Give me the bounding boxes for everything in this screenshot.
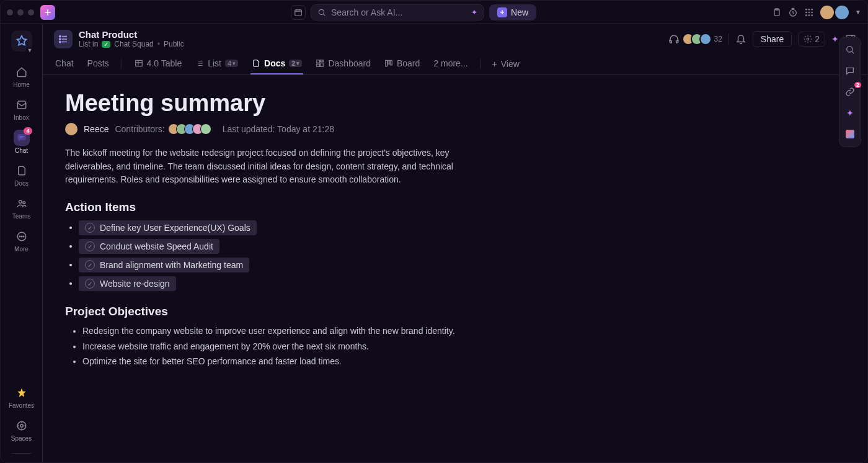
svg-rect-28	[321, 60, 324, 62]
chevron-down-icon[interactable]: ▼	[855, 9, 861, 16]
tab-list[interactable]: List 4▾	[194, 53, 239, 74]
nav-teams[interactable]: Teams	[6, 196, 37, 220]
nav-home[interactable]: Home	[6, 64, 37, 88]
svg-rect-30	[317, 64, 320, 66]
apps-grid-icon[interactable]	[804, 7, 814, 17]
board-icon	[384, 59, 393, 68]
clipboard-icon[interactable]	[772, 7, 782, 17]
objective-item[interactable]: Increase website traffic and engagement …	[82, 340, 499, 354]
contributor-avatars[interactable]	[171, 124, 211, 135]
profile-avatar[interactable]	[820, 6, 834, 19]
tab-posts[interactable]: Posts	[86, 53, 110, 74]
audio-icon[interactable]	[668, 34, 680, 45]
nav-favorites[interactable]: Favorites	[6, 385, 37, 409]
svg-point-12	[811, 14, 813, 16]
check-icon[interactable]: ✓	[85, 260, 95, 270]
svg-point-18	[23, 236, 24, 237]
tabs-row: Chat Posts 4.0 Table List 4▾	[54, 53, 856, 74]
tab-docs[interactable]: Docs 2▾	[250, 53, 303, 74]
breadcrumb[interactable]: List in ✓ Chat Squad • Public	[79, 40, 184, 48]
nav-inbox[interactable]: Inbox	[6, 97, 37, 121]
svg-rect-31	[386, 60, 388, 66]
check-icon[interactable]: ✓	[85, 279, 95, 289]
topbar: Search or Ask AI... ✦ + New ▼	[1, 1, 867, 24]
author-avatar[interactable]	[65, 123, 78, 135]
svg-point-7	[805, 11, 807, 13]
svg-point-6	[811, 9, 813, 11]
tab-dashboard[interactable]: Dashboard	[314, 53, 372, 74]
search-placeholder: Search or Ask AI...	[331, 7, 402, 17]
chat-badge: 4	[24, 127, 32, 135]
svg-point-13	[19, 200, 22, 204]
tab-board[interactable]: Board	[383, 53, 421, 74]
main-area: Chat Product List in ✓ Chat Squad • Publ…	[43, 24, 867, 462]
tab-table[interactable]: 4.0 Table	[133, 53, 184, 74]
comment-icon[interactable]	[843, 63, 857, 78]
action-items-heading[interactable]: Action Items	[65, 200, 539, 214]
action-item[interactable]: ✓Conduct website Speed Audit	[79, 239, 219, 254]
intro-paragraph[interactable]: The kickoff meeting for the website rede…	[65, 146, 499, 187]
list-icon	[54, 30, 73, 48]
link-icon[interactable]: 2	[843, 84, 857, 99]
tab-more[interactable]: 2 more...	[432, 53, 469, 74]
new-button[interactable]: + New	[489, 4, 536, 20]
doc-title[interactable]: Meeting summary	[65, 90, 539, 117]
plus-icon: +	[497, 7, 507, 17]
svg-point-1	[319, 9, 324, 14]
check-icon[interactable]: ✓	[85, 223, 95, 233]
objective-item[interactable]: Redesign the company website to improve …	[82, 325, 499, 338]
squad-badge-icon: ✓	[102, 41, 110, 48]
add-view-button[interactable]: + View	[492, 59, 520, 69]
objectives-heading[interactable]: Project Objectives	[65, 305, 539, 318]
objective-item[interactable]: Optimize the site for better SEO perform…	[82, 355, 499, 369]
svg-point-17	[21, 236, 22, 237]
page-title[interactable]: Chat Product	[79, 29, 184, 40]
nav-docs[interactable]: Docs	[6, 163, 37, 187]
dashboard-icon	[316, 59, 324, 68]
svg-point-24	[807, 38, 809, 40]
right-rail: 2 ✦	[839, 37, 861, 147]
action-item[interactable]: ✓Brand alignment with Marketing team	[79, 258, 249, 272]
svg-point-20	[20, 425, 23, 428]
nav-spaces[interactable]: Spaces	[6, 418, 37, 442]
svg-rect-26	[135, 60, 142, 66]
chevron-down-icon: ▼	[26, 47, 34, 53]
action-items-list: ✓Define key User Experience(UX) Goals ✓C…	[65, 220, 539, 291]
calendar-button[interactable]	[291, 5, 306, 20]
svg-point-16	[19, 236, 20, 237]
action-item[interactable]: ✓Define key User Experience(UX) Goals	[79, 220, 257, 235]
tab-chat[interactable]: Chat	[54, 53, 75, 74]
ai-sparkle-icon[interactable]: ✦	[831, 34, 839, 44]
color-picker-icon[interactable]	[843, 127, 857, 142]
action-item[interactable]: ✓Website re-design	[79, 276, 176, 291]
search-icon[interactable]	[843, 42, 857, 57]
svg-point-14	[22, 202, 25, 204]
nav-chat[interactable]: 4 Chat	[6, 130, 37, 154]
page-header: Chat Product List in ✓ Chat Squad • Publ…	[43, 24, 867, 75]
svg-rect-29	[321, 63, 324, 66]
automations-button[interactable]: 2	[798, 32, 825, 47]
sparkle-icon[interactable]: ✦	[843, 106, 857, 120]
svg-point-23	[60, 41, 61, 42]
profile-avatar-secondary[interactable]	[835, 6, 849, 19]
svg-point-34	[847, 47, 852, 52]
svg-rect-33	[391, 60, 392, 65]
app-logo-icon[interactable]	[40, 5, 55, 20]
document-body: Meeting summary Reece Contributors: Last…	[43, 75, 564, 462]
svg-point-8	[808, 11, 810, 13]
bell-icon[interactable]	[735, 34, 746, 45]
svg-rect-32	[388, 60, 390, 64]
share-button[interactable]: Share	[753, 31, 792, 47]
window-controls	[7, 9, 34, 16]
doc-icon	[252, 59, 260, 68]
nav-more[interactable]: More	[6, 228, 37, 253]
check-icon[interactable]: ✓	[85, 241, 95, 251]
timer-icon[interactable]	[788, 7, 798, 17]
workspace-switcher[interactable]: ▼	[11, 30, 32, 52]
presence-avatars[interactable]: 32	[686, 33, 722, 45]
author-name[interactable]: Reece	[84, 124, 108, 134]
search-input[interactable]: Search or Ask AI... ✦	[311, 4, 484, 20]
plus-icon: +	[492, 59, 497, 69]
objectives-list: Redesign the company website to improve …	[65, 325, 499, 369]
svg-point-9	[811, 11, 813, 13]
